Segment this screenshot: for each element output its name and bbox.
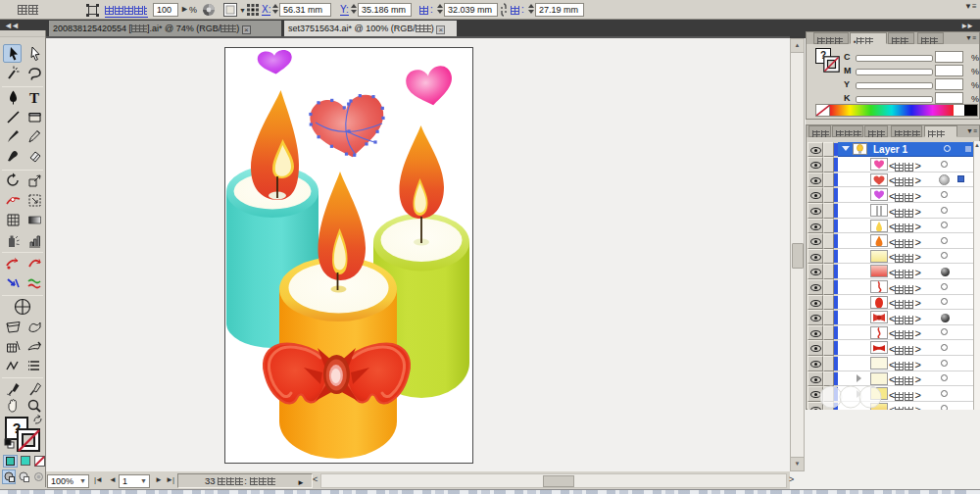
svg-text:T: T: [29, 90, 39, 106]
